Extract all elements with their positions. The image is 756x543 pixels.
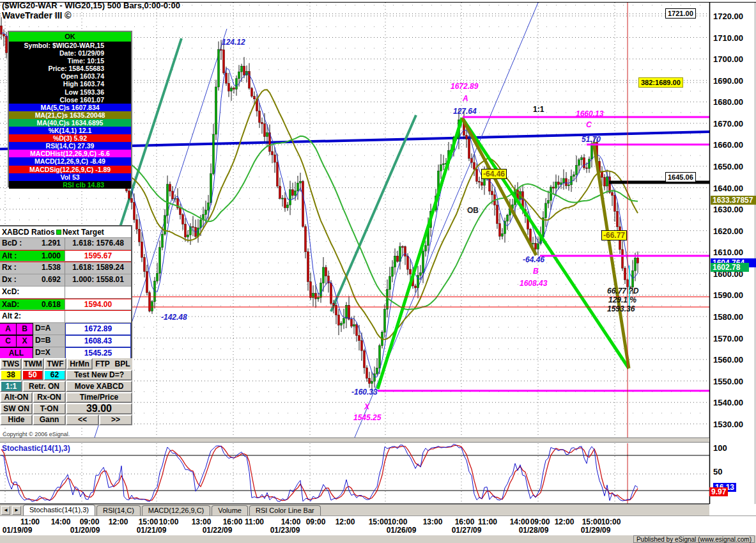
- tab-rsi-color-line-bar[interactable]: RSI Color Line Bar: [249, 505, 321, 515]
- tab-rsi-14-c-[interactable]: RSI(14,C): [96, 505, 141, 515]
- price-axis-label: 1700.00: [713, 54, 743, 64]
- stoch-axis-label: 100: [713, 443, 727, 453]
- tab-scroll-right-icon[interactable]: ►: [12, 506, 21, 515]
- time-axis-time-label: 11:00: [20, 517, 40, 526]
- tab-volume[interactable]: Volume: [212, 505, 248, 515]
- xabcd-row: Dx :0.6921.000: 1558.01: [0, 274, 131, 287]
- control-button-bpl[interactable]: BPL: [112, 358, 132, 370]
- control-button-t-on[interactable]: T-ON: [33, 403, 66, 414]
- xabcd-matrix-label: D=A: [33, 323, 65, 335]
- data-window-row: %K(14,1) 12.1: [9, 127, 131, 134]
- control-button--[interactable]: >>: [99, 414, 132, 426]
- control-button-rx-on[interactable]: Rx-ON: [33, 392, 66, 404]
- time-axis-time-label: 15:00: [139, 517, 158, 526]
- xabcd-point-button[interactable]: A: [0, 323, 17, 335]
- control-button-62[interactable]: 62: [43, 370, 66, 381]
- chart-annotation: -66.77: [601, 230, 627, 240]
- data-window-row: Low 1593.36: [9, 88, 131, 96]
- wavetrader-controls: TWSTWMTWFHrMnFTPBPL385062Test New D=?1:1…: [0, 358, 132, 425]
- control-button-39-00[interactable]: 39.00: [66, 403, 132, 414]
- time-axis: 11:0014:0009:0012:0015:0010:0013:0016:00…: [0, 515, 756, 535]
- tab-scroll-left-icon[interactable]: ◄: [1, 506, 10, 515]
- chart-annotation: -142.48: [161, 313, 187, 322]
- chart-annotation: -64.46: [523, 255, 544, 264]
- time-axis-date-label: 01/27/09: [452, 526, 482, 535]
- control-button-retr-on[interactable]: Retr. ON: [22, 381, 66, 392]
- control-button-38[interactable]: 38: [0, 370, 22, 381]
- time-axis-date-label: 01/22/09: [203, 526, 233, 535]
- control-button-ftp[interactable]: FTP: [93, 358, 112, 370]
- xabcd-point-button[interactable]: X: [17, 335, 33, 347]
- chart-annotation: 129.1 %: [608, 295, 636, 304]
- control-button-50[interactable]: 50: [22, 370, 43, 381]
- data-window-rows: Symbol: $WIG20-WAR,15Date: 01/29/09Time:…: [9, 42, 131, 189]
- data-window-row: Open 1603.74: [9, 72, 131, 80]
- control-button-tws[interactable]: TWS: [0, 358, 22, 370]
- time-axis-time-label: 11:00: [245, 517, 264, 526]
- chart-annotation: OB: [467, 206, 479, 215]
- data-window-panel: OK Symbol: $WIG20-WAR,15Date: 01/29/09Ti…: [8, 31, 132, 187]
- xabcd-target-cell: [65, 311, 131, 323]
- price-axis-label: 1680.00: [713, 97, 743, 107]
- chart-annotation: 1608.43: [520, 279, 547, 288]
- price-axis-label: 1540.00: [713, 398, 743, 407]
- xabcd-target-cell: 1.000: 1558.01: [65, 274, 131, 287]
- price-axis-label: 1590.00: [713, 290, 743, 300]
- control-button-1-1[interactable]: 1:1: [0, 381, 22, 392]
- publisher-label: Published by eSignal (www.esignal.com): [633, 535, 755, 543]
- status-bar: Published by eSignal (www.esignal.com): [0, 535, 756, 543]
- chart-annotation: 127.64: [453, 107, 477, 116]
- data-window-row: MA(40,C)s 1634.6895: [9, 119, 131, 127]
- data-window-ok-badge[interactable]: OK: [9, 32, 131, 42]
- data-window-row: MA(21,C)s 1635.20048: [9, 111, 131, 119]
- control-button-sw-on[interactable]: SW ON: [0, 403, 33, 414]
- xabcd-row: Rx :1.5381.618: 1589.24: [0, 262, 131, 274]
- xabcd-ratio-cell: XaD:0.618: [0, 299, 65, 310]
- controls-row: 385062Test New D=?: [0, 370, 132, 381]
- xabcd-point-button[interactable]: C: [0, 335, 17, 347]
- xabcd-target-cell: 1595.67: [65, 251, 131, 262]
- price-axis-label: 1610.00: [713, 248, 743, 257]
- time-axis-time-label: 16:00: [455, 517, 475, 526]
- control-button-hide[interactable]: Hide: [0, 414, 33, 426]
- data-window-row: Symbol: $WIG20-WAR,15: [9, 42, 131, 49]
- price-axis-label: 1530.00: [713, 420, 743, 429]
- xabcd-point-button[interactable]: B: [17, 323, 33, 335]
- time-axis-time-label: 16:00: [223, 517, 243, 526]
- data-window-row: High 1603.74: [9, 80, 131, 88]
- xabcd-matrix-row: ABD=A1672.89: [0, 323, 131, 335]
- chart-annotation: 66.77 ?D: [607, 287, 638, 295]
- xabcd-matrix-value: 1608.43: [65, 335, 131, 347]
- xabcd-row: XaD:0.6181594.00: [0, 299, 131, 311]
- control-button-twm[interactable]: TWM: [22, 358, 44, 370]
- control-button-hrmn[interactable]: HrMn: [66, 358, 93, 370]
- xabcd-target-cell: 1.618: 1576.48: [65, 238, 131, 250]
- control-button-gann[interactable]: Gann: [33, 414, 66, 426]
- data-window-row: %D(3) 5.92: [9, 134, 131, 142]
- xabcd-row: Alt :1.0001595.67: [0, 250, 131, 262]
- control-button-twf[interactable]: TWF: [44, 358, 66, 370]
- controls-row: TWSTWMTWFHrMnFTPBPL: [0, 358, 132, 370]
- tab-stochastic-14-1-3-[interactable]: Stochastic(14(1),3): [23, 505, 95, 515]
- axis-value-box: 1602.78: [711, 263, 749, 272]
- control-button-move-xabcd[interactable]: Move XABCD: [66, 381, 132, 392]
- price-axis-label: 1710.00: [713, 33, 743, 43]
- control-button-alt-on[interactable]: Alt-ON: [0, 392, 33, 404]
- controls-row: SW ONT-ON39.00: [0, 403, 132, 414]
- chart-annotation: -160.33: [351, 388, 378, 397]
- control-button--[interactable]: <<: [66, 414, 99, 426]
- time-axis-time-label: 09:00: [80, 517, 100, 526]
- data-window-row: RSI clb 14.83: [9, 181, 131, 189]
- chart-annotation: 1:1: [533, 105, 544, 114]
- xabcd-ratio-cell: Dx :0.692: [0, 274, 65, 287]
- time-axis-date-label: 01/19/09: [3, 526, 33, 535]
- stoch-d-value-box: 9.97: [709, 487, 728, 496]
- xabcd-ratio-cell: Alt :1.000: [0, 251, 65, 262]
- chart-annotation: X: [364, 402, 369, 411]
- price-axis-label: 1550.00: [713, 377, 743, 386]
- xabcd-row: BcD :1.2911.618: 1576.48: [0, 238, 131, 250]
- control-button-time-price[interactable]: Time/Price: [66, 392, 132, 404]
- tab-macd-12-26-9-c-[interactable]: MACD(12,26,9,C): [142, 505, 210, 515]
- time-axis-time-label: 12:00: [109, 517, 128, 526]
- control-button-test-new-d-[interactable]: Test New D=?: [66, 370, 132, 381]
